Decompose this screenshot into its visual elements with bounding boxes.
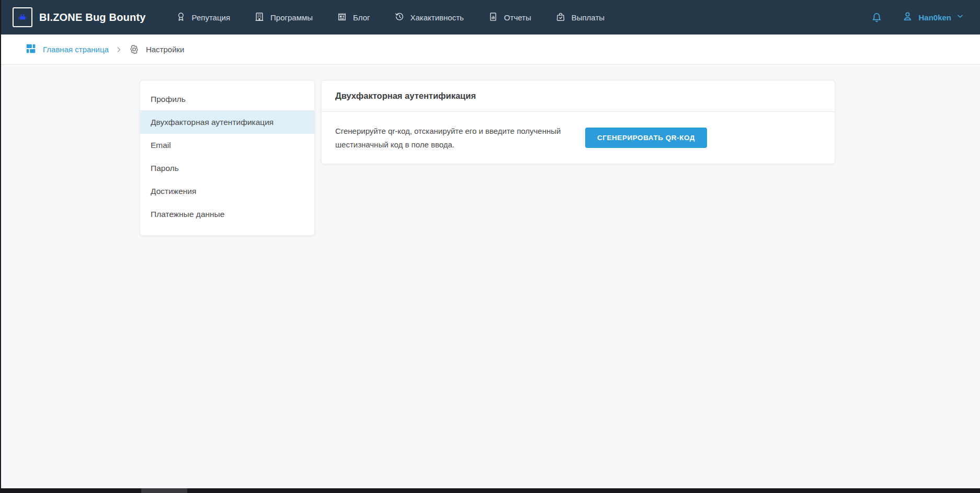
scrollbar-thumb[interactable]: [141, 488, 187, 493]
nav-item-payouts[interactable]: Выплаты: [543, 12, 617, 24]
content-area: Профиль Двухфакторная аутентификация Ema…: [0, 65, 980, 493]
two-factor-card-header: Двухфакторная аутентификация: [322, 81, 835, 112]
two-factor-card: Двухфакторная аутентификация Сгенерируйт…: [321, 80, 835, 164]
brand-title: BI.ZONE Bug Bounty: [39, 12, 146, 24]
top-navbar: BI.ZONE Bug Bounty Репутация Программы: [0, 0, 980, 35]
user-icon: [902, 10, 914, 25]
nav-item-blog[interactable]: Блог: [325, 12, 382, 24]
breadcrumb-current: Настройки: [129, 44, 185, 55]
history-icon: [394, 12, 405, 24]
bell-icon[interactable]: [871, 12, 883, 24]
payout-bag-icon: [555, 12, 566, 24]
nav-item-label: Хакактивность: [411, 13, 464, 22]
settings-item-payment-details[interactable]: Платежные данные: [140, 203, 314, 226]
user-menu[interactable]: Han0ken: [902, 10, 964, 25]
user-name: Han0ken: [918, 13, 951, 22]
dashboard-icon: [25, 43, 37, 56]
nav-item-programs[interactable]: Программы: [242, 12, 325, 24]
nav-item-reports[interactable]: Отчеты: [476, 12, 543, 24]
building-icon: [254, 12, 265, 24]
brand-home-link[interactable]: BI.ZONE Bug Bounty: [13, 7, 146, 27]
horizontal-scrollbar[interactable]: [0, 488, 980, 493]
settings-item-label: Достижения: [151, 187, 196, 196]
navbar-right: Han0ken: [871, 10, 964, 25]
main-nav: Репутация Программы Блог: [164, 12, 617, 24]
nav-item-label: Программы: [270, 13, 313, 22]
gear-icon: [129, 44, 140, 55]
settings-item-achievements[interactable]: Достижения: [140, 180, 314, 203]
newspaper-icon: [337, 12, 347, 24]
settings-item-profile[interactable]: Профиль: [140, 88, 314, 111]
settings-item-label: Email: [151, 141, 171, 150]
two-factor-card-body: Сгенерируйте qr-код, отсканируйте его и …: [322, 112, 835, 164]
settings-item-2fa[interactable]: Двухфакторная аутентификация: [140, 111, 314, 134]
nav-item-label: Блог: [353, 13, 370, 22]
breadcrumb-home[interactable]: Главная страница: [25, 43, 109, 56]
two-factor-description: Сгенерируйте qr-код, отсканируйте его и …: [335, 124, 565, 151]
breadcrumb-current-label: Настройки: [146, 45, 185, 54]
settings-item-label: Пароль: [151, 164, 179, 173]
nav-item-hackactivity[interactable]: Хакактивность: [382, 12, 476, 24]
nav-item-label: Выплаты: [572, 13, 605, 22]
generate-qr-button[interactable]: СГЕНЕРИРОВАТЬ QR-КОД: [585, 128, 707, 148]
settings-item-email[interactable]: Email: [140, 134, 314, 157]
settings-nav-card: Профиль Двухфакторная аутентификация Ema…: [140, 80, 315, 236]
breadcrumb: Главная страница Настройки: [0, 35, 980, 65]
medal-icon: [176, 12, 186, 24]
bug-icon: [13, 7, 32, 27]
chevron-right-icon: [115, 46, 122, 53]
nav-item-label: Отчеты: [504, 13, 531, 22]
report-chart-icon: [488, 12, 498, 24]
settings-item-password[interactable]: Пароль: [140, 157, 314, 180]
settings-item-label: Платежные данные: [151, 210, 224, 219]
breadcrumb-home-link[interactable]: Главная страница: [43, 45, 109, 54]
settings-item-label: Профиль: [151, 95, 186, 104]
page-title: Двухфакторная аутентификация: [335, 91, 476, 101]
window-left-edge: [0, 0, 1, 493]
settings-item-label: Двухфакторная аутентификация: [151, 118, 274, 127]
nav-item-label: Репутация: [192, 13, 230, 22]
nav-item-reputation[interactable]: Репутация: [164, 12, 242, 24]
chevron-down-icon: [956, 12, 964, 22]
